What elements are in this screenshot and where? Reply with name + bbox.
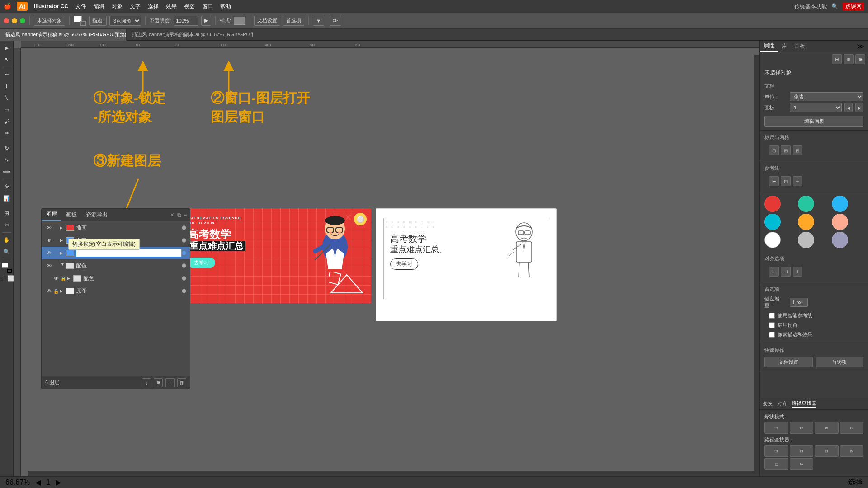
panel-tab-assets[interactable]: 资源导出 bbox=[81, 209, 112, 221]
artboard-next-btn[interactable]: ▶ bbox=[855, 103, 863, 112]
window-minimize[interactable] bbox=[12, 18, 17, 23]
menu-object[interactable]: 对象 bbox=[108, 3, 126, 10]
layer-eye-5[interactable]: 👁 bbox=[45, 287, 52, 295]
layer-eye-1[interactable]: 👁 bbox=[45, 237, 52, 244]
layer-lock-0[interactable] bbox=[52, 224, 60, 231]
smart-guides-checkbox[interactable] bbox=[769, 313, 775, 319]
panel-close-btn[interactable]: ✕ bbox=[170, 212, 175, 218]
tab-2[interactable]: 插边风-banner演示稿的副本.ai @ 66.67% (RGB/GPU 预览… bbox=[127, 29, 253, 41]
search-icon[interactable]: 🔍 bbox=[831, 3, 838, 9]
edit-artboard-btn[interactable]: 编辑画板 bbox=[764, 116, 863, 127]
menu-window[interactable]: 窗口 bbox=[198, 3, 217, 10]
style-swatch[interactable] bbox=[234, 17, 245, 25]
round-corners-checkbox[interactable] bbox=[769, 322, 775, 328]
rp-artboard-select[interactable]: 1 bbox=[790, 103, 842, 112]
slice-tool[interactable]: ✄ bbox=[1, 220, 12, 230]
quick-prefs-btn[interactable]: 首选项 bbox=[816, 357, 864, 367]
swatch-teal[interactable] bbox=[798, 196, 814, 212]
scale-tool[interactable]: ⤡ bbox=[1, 155, 12, 165]
menu-view[interactable]: 视图 bbox=[180, 3, 198, 10]
doc-settings-toolbar-btn[interactable]: 文档设置 bbox=[254, 16, 280, 26]
tab-1[interactable]: 插边风-banner演示精稿.ai @ 66.67% (RGB/GPU 预览) … bbox=[0, 29, 127, 41]
swatch-gray[interactable] bbox=[798, 232, 814, 248]
status-artboard-prev[interactable]: ◀ bbox=[35, 478, 41, 487]
rp-tab-properties[interactable]: 属性 bbox=[760, 41, 778, 52]
layer-arrow-4[interactable]: ▶ bbox=[67, 276, 73, 281]
pf-divide-btn[interactable]: ⊞ bbox=[764, 445, 788, 457]
align-right-icon[interactable]: ⊥ bbox=[793, 267, 802, 277]
pen-tool[interactable]: ✒ bbox=[1, 69, 12, 80]
layer-eye-0[interactable]: 👁 bbox=[45, 224, 52, 231]
rp-tab-library[interactable]: 库 bbox=[778, 41, 791, 52]
rp-unit-select[interactable]: 像素 bbox=[790, 92, 863, 101]
guide-icon-1[interactable]: ⊢ bbox=[769, 176, 779, 186]
layer-lock-4[interactable]: 🔒 bbox=[60, 275, 67, 282]
menu-file[interactable]: 文件 bbox=[72, 3, 90, 10]
status-artboard-next[interactable]: ▶ bbox=[56, 478, 61, 487]
direct-select-tool[interactable]: ↖ bbox=[1, 54, 12, 65]
rotate-tool[interactable]: ↻ bbox=[1, 143, 12, 154]
guide-icon-3[interactable]: ⊣ bbox=[793, 176, 802, 186]
layer-arrow-0[interactable]: ▶ bbox=[60, 225, 66, 230]
swatch-orange[interactable] bbox=[798, 214, 814, 230]
layer-name-input-2[interactable] bbox=[76, 249, 182, 257]
layer-lock-2[interactable] bbox=[52, 249, 60, 257]
guide-icon-2[interactable]: ⊡ bbox=[781, 176, 791, 186]
layer-delete-btn[interactable]: 🗑 bbox=[177, 378, 186, 387]
layer-move-down-btn[interactable]: ↓ bbox=[142, 378, 151, 387]
layer-add-btn[interactable]: + bbox=[165, 378, 175, 387]
menu-edit[interactable]: 编辑 bbox=[90, 3, 108, 10]
rp-keyboard-input[interactable] bbox=[790, 298, 808, 307]
hand-tool[interactable]: ✋ bbox=[1, 235, 12, 245]
bottom-tab-align[interactable]: 对齐 bbox=[777, 400, 787, 407]
panel-tab-layers[interactable]: 图层 bbox=[42, 209, 61, 221]
artboard-tool[interactable]: ⊞ bbox=[1, 208, 12, 219]
swatch-peach[interactable] bbox=[832, 214, 848, 230]
menu-help[interactable]: 帮助 bbox=[217, 3, 235, 10]
bottom-tab-transform[interactable]: 变换 bbox=[763, 400, 773, 407]
select-tool[interactable]: ▶ bbox=[1, 42, 12, 53]
grid-icon-ruler[interactable]: ⊡ bbox=[769, 145, 779, 155]
symbol-tool[interactable]: ※ bbox=[1, 181, 12, 192]
rp-icon-transform[interactable]: ⊞ bbox=[832, 54, 842, 64]
canvas-area[interactable]: 300 1200 1100 100 200 300 400 500 600 ①对… bbox=[14, 41, 760, 476]
align-left-icon[interactable]: ⊢ bbox=[769, 267, 779, 277]
layer-lock-5[interactable]: 🔒 bbox=[52, 287, 60, 295]
rp-icon-pathfinder[interactable]: ⊕ bbox=[855, 54, 865, 64]
layer-item-0[interactable]: 👁 ▶ 插画 bbox=[42, 221, 190, 234]
pf-trim-btn[interactable]: ⊡ bbox=[790, 445, 814, 457]
menu-select[interactable]: 选择 bbox=[144, 3, 162, 10]
snap-pixel-checkbox[interactable] bbox=[769, 332, 775, 338]
layer-arrow-5[interactable]: ▶ bbox=[60, 289, 66, 293]
brush-tool[interactable]: 🖌 bbox=[1, 116, 12, 127]
grid-icon-grid[interactable]: ⊞ bbox=[781, 145, 791, 155]
swatch-cyan[interactable] bbox=[764, 214, 781, 230]
artboard-prev-btn[interactable]: ◀ bbox=[844, 103, 853, 112]
fill-stroke-bottom[interactable] bbox=[2, 263, 12, 273]
pencil-tool[interactable]: ✏ bbox=[1, 128, 12, 139]
panel-menu-btn[interactable]: ≡ bbox=[184, 212, 187, 218]
layer-lock-3[interactable] bbox=[52, 262, 60, 269]
layer-arrow-3[interactable]: ▶ bbox=[61, 263, 65, 269]
swatch-red[interactable] bbox=[764, 196, 781, 212]
canvas-scroll-x[interactable] bbox=[28, 471, 760, 476]
graph-tool[interactable]: 📊 bbox=[1, 193, 12, 204]
canvas-content[interactable]: ①对象-锁定 -所选对象 ②窗口-图层打开 图层窗口 bbox=[21, 48, 760, 476]
menu-illustrator-cc[interactable]: Illustrator CC bbox=[30, 3, 72, 9]
apple-menu[interactable]: 🍎 bbox=[4, 3, 11, 10]
panel-expand-btn[interactable]: ⧉ bbox=[177, 212, 181, 218]
stroke-type-select[interactable]: 3点圆形 bbox=[109, 16, 141, 26]
layer-item-3[interactable]: 👁 ▶ 配色 bbox=[42, 259, 190, 272]
shape-unite-btn[interactable]: ⊕ bbox=[764, 422, 788, 434]
fill-stroke-widget[interactable] bbox=[74, 16, 86, 26]
pf-merge-btn[interactable]: ⊟ bbox=[815, 445, 839, 457]
menu-effect[interactable]: 效果 bbox=[162, 3, 180, 10]
swatch-white[interactable] bbox=[764, 232, 781, 248]
rp-tab-artboards[interactable]: 画板 bbox=[791, 41, 809, 52]
layer-item-5[interactable]: 👁 🔒 ▶ 原图 bbox=[42, 285, 190, 297]
shape-exclude-btn[interactable]: ⊘ bbox=[840, 422, 864, 434]
preferences-toolbar-btn[interactable]: 首选项 bbox=[283, 16, 304, 26]
window-close[interactable] bbox=[4, 18, 9, 23]
expand-panel-btn[interactable]: ≫ bbox=[330, 16, 341, 26]
align-center-h-icon[interactable]: ⊣ bbox=[781, 267, 791, 277]
